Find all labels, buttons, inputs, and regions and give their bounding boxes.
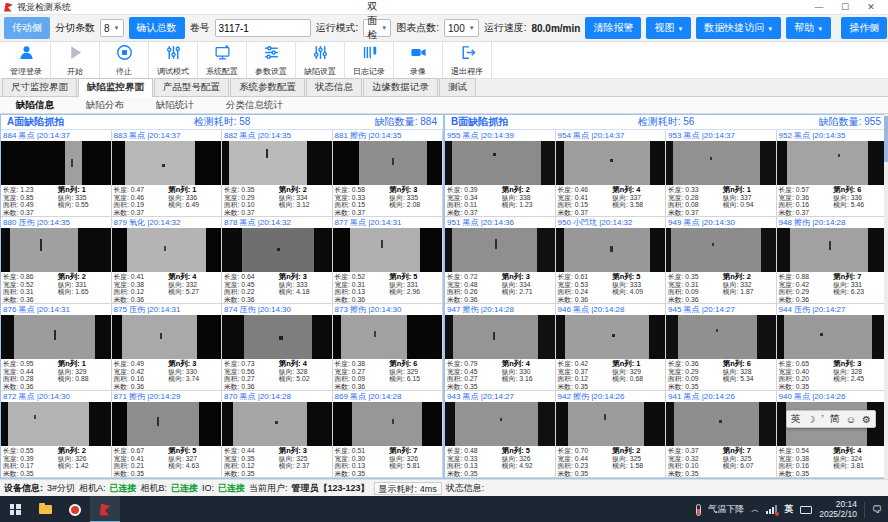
chevron-down-icon: ▼ <box>381 25 387 31</box>
defect-cell[interactable]: 949 黑点 |20:14:30长度: 0.35宽度: 0.31面积: 0.09… <box>666 217 777 304</box>
defect-cell[interactable]: 948 擦伤 |20:14:28长度: 0.88宽度: 0.42面积: 0.29… <box>777 217 888 304</box>
inspection-app-button[interactable] <box>90 496 120 522</box>
defect-cell[interactable]: 873 擦伤 |20:14:30长度: 0.38宽度: 0.27面积: 0.09… <box>333 304 444 391</box>
app-shortcut-button[interactable] <box>60 496 90 522</box>
ime-simplified-toggle[interactable]: 简 <box>830 412 840 426</box>
defect-meta: 长度: 0.86宽度: 0.52面积: 0.31米数: 0.36第n列: 2纵向… <box>1 272 111 303</box>
confirm-total-button[interactable]: 确认总数 <box>129 17 185 39</box>
action-start-button[interactable]: 开始 <box>51 42 100 78</box>
data-access-menu-button[interactable]: 数据快捷访问▼ <box>696 17 781 39</box>
defect-cell[interactable]: 874 压伤 |20:14:30长度: 0.73宽度: 0.56面积: 0.27… <box>222 304 333 391</box>
help-menu-button[interactable]: 帮助▼ <box>786 17 831 39</box>
defect-cell[interactable]: 871 擦伤 |20:14:29长度: 0.67宽度: 0.41面积: 0.21… <box>112 391 223 478</box>
defect-cell[interactable]: 940 黑点 |20:14:26长度: 0.54宽度: 0.38面积: 0.16… <box>777 391 888 478</box>
tab-main-3[interactable]: 系统参数配置 <box>230 78 305 96</box>
defect-cell[interactable]: 947 擦伤 |20:14:28长度: 0.79宽度: 0.45面积: 0.27… <box>445 304 556 391</box>
tray-expand-caret[interactable]: ︿ <box>751 504 759 515</box>
tab-main-5[interactable]: 边缘数据记录 <box>363 78 438 96</box>
defect-image <box>333 402 443 446</box>
operator-side-button[interactable]: 操作侧 <box>841 17 887 39</box>
clear-alarm-button[interactable]: 清除报警 <box>585 17 641 39</box>
defect-cell[interactable]: 877 黑点 |20:14:31长度: 0.52宽度: 0.31面积: 0.13… <box>333 217 444 304</box>
defect-cell[interactable]: 951 黑点 |20:14:36长度: 0.72宽度: 0.48面积: 0.26… <box>445 217 556 304</box>
defect-vpos: 纵向: 332 <box>168 281 219 289</box>
defect-cell[interactable]: 943 黑点 |20:14:27长度: 0.48宽度: 0.33面积: 0.13… <box>445 391 556 478</box>
tab-main-0[interactable]: 尺寸监控界面 <box>2 78 77 96</box>
vertical-scrollbar[interactable] <box>884 114 888 479</box>
defect-cell[interactable]: 883 黑点 |20:14:37长度: 0.47宽度: 0.46面积: 0.19… <box>112 130 223 217</box>
action-defect-settings-button[interactable]: 缺陷设置 <box>296 42 345 78</box>
defect-cell[interactable]: 872 黑点 |20:14:30长度: 0.55宽度: 0.39面积: 0.17… <box>1 391 112 478</box>
defect-meta-right: 第n列: 2纵向: 326横向: 1.42 <box>58 447 109 477</box>
tab-main-4[interactable]: 状态信息 <box>306 78 362 96</box>
defect-cell[interactable]: 876 黑点 |20:14:31长度: 0.95宽度: 0.44面积: 0.28… <box>1 304 112 391</box>
close-button[interactable]: ✕ <box>858 2 884 12</box>
weather-text[interactable]: 气温下降 <box>708 503 744 516</box>
touch-keyboard-icon[interactable] <box>800 506 812 514</box>
action-system-config-button[interactable]: 系统配置 <box>198 42 247 78</box>
defect-cell[interactable]: 875 压伤 |20:14:31长度: 0.49宽度: 0.42面积: 0.16… <box>112 304 223 391</box>
scrollbar-thumb[interactable] <box>884 116 888 162</box>
roll-number-input[interactable] <box>215 19 311 37</box>
ime-language-indicator[interactable]: 英 <box>784 503 793 516</box>
maximize-button[interactable]: ☐ <box>832 2 858 12</box>
taskbar-clock[interactable]: 20:14 2025/2/10 <box>819 500 857 519</box>
file-explorer-button[interactable] <box>30 496 60 522</box>
defect-width: 宽度: 0.39 <box>3 455 58 463</box>
action-log-record-button[interactable]: 日志记录 <box>345 42 394 78</box>
ime-emoji-icon[interactable]: ☺ <box>846 414 856 425</box>
defect-cell[interactable]: 942 擦伤 |20:14:26长度: 0.70宽度: 0.44面积: 0.23… <box>556 391 667 478</box>
defect-hpos: 横向: 6.07 <box>723 462 774 470</box>
defect-cell[interactable]: 882 黑点 |20:14:35长度: 0.35宽度: 0.29面积: 0.10… <box>222 130 333 217</box>
defect-length: 长度: 0.88 <box>779 273 834 281</box>
chart-points-select[interactable]: 100 ▼ <box>444 19 479 37</box>
tab-sub-2[interactable]: 缺陷统计 <box>140 99 210 112</box>
defect-cell[interactable]: 950 小凹坑 |20:14:32长度: 0.61宽度: 0.53面积: 0.2… <box>556 217 667 304</box>
ime-english-toggle[interactable]: 英 <box>791 412 801 426</box>
defect-cell[interactable]: 952 黑点 |20:14:35长度: 0.57宽度: 0.36面积: 0.16… <box>777 130 888 217</box>
defect-cell[interactable]: 954 黑点 |20:14:37长度: 0.46宽度: 0.41面积: 0.15… <box>556 130 667 217</box>
ime-settings-icon[interactable]: ⚙ <box>862 414 871 425</box>
tab-sub-1[interactable]: 缺陷分布 <box>70 99 140 112</box>
defect-cell[interactable]: 878 黑点 |20:14:32长度: 0.64宽度: 0.45面积: 0.22… <box>222 217 333 304</box>
defect-cell[interactable]: 881 擦伤 |20:14:35长度: 0.58宽度: 0.33面积: 0.15… <box>333 130 444 217</box>
action-admin-login-button[interactable]: 管理登录 <box>2 42 51 78</box>
slit-count-select[interactable]: 8 ▼ <box>100 19 124 37</box>
defect-cell[interactable]: 941 黑点 |20:14:26长度: 0.37宽度: 0.32面积: 0.10… <box>666 391 777 478</box>
tab-main-2[interactable]: 产品型号配置 <box>154 78 229 96</box>
action-debug-mode-button[interactable]: 调试模式 <box>149 42 198 78</box>
action-param-settings-button[interactable]: 参数设置 <box>247 42 296 78</box>
tab-sub-3[interactable]: 分类信息统计 <box>210 99 299 112</box>
ime-punctuation-toggle[interactable]: ’ <box>822 414 824 425</box>
minimize-button[interactable]: — <box>806 2 832 12</box>
defect-cell[interactable]: 953 黑点 |20:14:37长度: 0.33宽度: 0.28面积: 0.08… <box>666 130 777 217</box>
ime-moon-icon[interactable]: ☽ <box>807 414 816 425</box>
tab-main-6[interactable]: 测试 <box>439 78 476 96</box>
network-icon[interactable] <box>766 505 777 514</box>
defect-cell[interactable]: 869 黑点 |20:14:28长度: 0.51宽度: 0.30面积: 0.13… <box>333 391 444 478</box>
defect-cell-header: 949 黑点 |20:14:30 <box>666 217 776 228</box>
defect-cell[interactable]: 879 氧化 |20:14:32长度: 0.41宽度: 0.38面积: 0.12… <box>112 217 223 304</box>
defect-meta-right: 第n列: 6纵向: 328横向: 5.34 <box>723 360 774 390</box>
tab-sub-0[interactable]: 缺陷信息 <box>0 99 70 112</box>
defect-cell[interactable]: 945 黑点 |20:14:27长度: 0.36宽度: 0.29面积: 0.09… <box>666 304 777 391</box>
tab-main-1[interactable]: 缺陷监控界面 <box>78 78 153 97</box>
defect-image <box>1 315 111 359</box>
notification-center-button[interactable]: 🗨 <box>872 504 882 515</box>
drive-side-button[interactable]: 传动侧 <box>4 17 50 39</box>
defect-cell-header: 940 黑点 |20:14:26 <box>777 391 887 402</box>
run-mode-select[interactable]: 双面检测 ▼ <box>363 19 391 37</box>
defect-cell[interactable]: 944 压伤 |20:14:27长度: 0.65宽度: 0.40面积: 0.20… <box>777 304 888 391</box>
defect-cell[interactable]: 884 黑点 |20:14:37长度: 1.23宽度: 0.85面积: 0.49… <box>1 130 112 217</box>
defect-cell[interactable]: 880 压伤 |20:14:35长度: 0.86宽度: 0.52面积: 0.31… <box>1 217 112 304</box>
defect-cell[interactable]: 946 黑点 |20:14:28长度: 0.42宽度: 0.37面积: 0.12… <box>556 304 667 391</box>
ime-toolbar[interactable]: 英☽’简☺⚙ <box>786 410 876 428</box>
defect-cell[interactable]: 955 黑点 |20:14:39长度: 0.39宽度: 0.34面积: 0.11… <box>445 130 556 217</box>
action-stop-button[interactable]: 停止 <box>100 42 149 78</box>
defect-meters: 米数: 0.37 <box>114 209 169 217</box>
action-exit-program-button[interactable]: 退出程序 <box>443 42 492 78</box>
action-recording-button[interactable]: 录像 <box>394 42 443 78</box>
start-button[interactable] <box>0 496 30 522</box>
view-menu-button[interactable]: 视图▼ <box>646 17 691 39</box>
defect-cell[interactable]: 870 黑点 |20:14:28长度: 0.44宽度: 0.35面积: 0.12… <box>222 391 333 478</box>
